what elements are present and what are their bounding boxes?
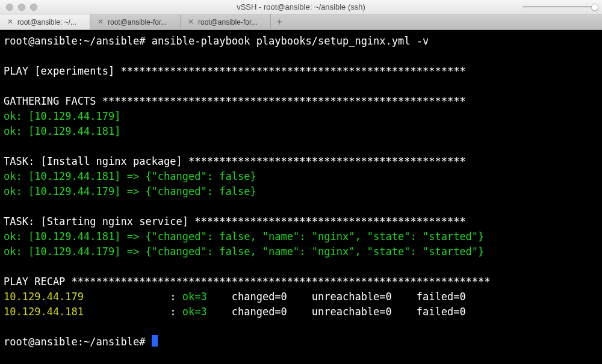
recap-header: PLAY RECAP *****************************…	[4, 276, 497, 288]
recap-rest: changed=0 unreachable=0 failed=0	[225, 306, 484, 318]
tab-0[interactable]: ✕ root@ansible: ~/...	[0, 14, 90, 29]
close-window-button[interactable]	[6, 4, 13, 11]
recap-ok: ok=3	[182, 306, 226, 318]
close-icon[interactable]: ✕	[187, 18, 194, 26]
task-header: TASK: [Install nginx package] **********…	[4, 155, 472, 167]
tab-label: root@ansible-for...	[108, 18, 167, 26]
result-line: ok: [10.129.44.179] => {"changed": false…	[4, 185, 256, 197]
play-header: PLAY [experiments] *********************…	[4, 65, 472, 77]
result-line: ok: [10.129.44.179]	[4, 110, 120, 122]
recap-host: 10.129.44.179	[4, 291, 84, 303]
gathering-facts-header: GATHERING FACTS ************************…	[4, 95, 472, 107]
result-line: ok: [10.129.44.181] => {"changed": false…	[4, 170, 256, 182]
new-tab-button[interactable]: ＋	[271, 14, 288, 29]
terminal-output[interactable]: root@ansible:~/ansible# ansible-playbook…	[0, 30, 602, 364]
prompt-text: root@ansible:~/ansible#	[4, 35, 152, 47]
close-icon[interactable]: ✕	[96, 18, 104, 26]
recap-sep: :	[84, 306, 182, 318]
titlebar: vSSH - root@ansible: ~/ansible (ssh)	[0, 0, 602, 14]
task-header: TASK: [Starting nginx service] *********…	[4, 215, 472, 227]
recap-ok: ok=3	[182, 291, 226, 303]
recap-host: 10.129.44.181	[4, 306, 84, 318]
tab-1[interactable]: ✕ root@ansible-for...	[90, 14, 181, 29]
zoom-window-button[interactable]	[30, 4, 37, 11]
tab-label: root@ansible: ~/...	[17, 18, 76, 26]
result-line: ok: [10.129.44.181]	[4, 125, 120, 137]
recap-rest: changed=0 unreachable=0 failed=0	[225, 291, 484, 303]
recap-sep: :	[84, 291, 182, 303]
window-title: vSSH - root@ansible: ~/ansible (ssh)	[0, 2, 602, 11]
prompt-text: root@ansible:~/ansible#	[4, 336, 152, 348]
result-line: ok: [10.129.44.179] => {"changed": false…	[4, 245, 484, 258]
tabbar: ✕ root@ansible: ~/... ✕ root@ansible-for…	[0, 14, 602, 30]
result-line: ok: [10.129.44.181] => {"changed": false…	[4, 230, 484, 242]
cursor	[152, 335, 158, 347]
tab-label: root@ansible-for...	[198, 18, 257, 26]
close-icon[interactable]: ✕	[6, 18, 14, 26]
traffic-lights	[0, 4, 37, 11]
command-text: ansible-playbook playbooks/setup_nginx.y…	[152, 35, 429, 47]
zoom-slider[interactable]	[523, 4, 595, 10]
minimize-window-button[interactable]	[18, 4, 25, 11]
tab-2[interactable]: ✕ root@ansible-for...	[181, 14, 271, 29]
